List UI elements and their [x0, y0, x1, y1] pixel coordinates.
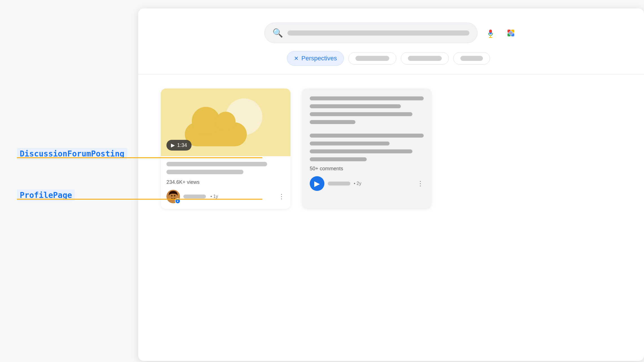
video-more-button[interactable]: ⋮ — [278, 193, 285, 200]
article-comments: 50+ comments — [310, 166, 424, 172]
article-time: • 2y — [354, 181, 361, 186]
cloud-body — [185, 122, 247, 146]
perspectives-chip[interactable]: ✕ Perspectives — [287, 51, 344, 66]
filter-chips: ✕ Perspectives — [264, 43, 518, 66]
filter-chip-4[interactable] — [453, 52, 490, 65]
filter-chip-2[interactable] — [348, 52, 396, 65]
video-duration-badge: ▶ 1:34 — [166, 140, 192, 151]
search-area: 🔍 — [138, 8, 644, 74]
voice-search-button[interactable] — [483, 26, 498, 40]
article-card: 50+ comments ▶ • 2y ⋮ — [302, 89, 432, 209]
video-title-line-2 — [166, 170, 243, 174]
video-info: 234.6K+ views — [161, 156, 291, 209]
svg-point-10 — [510, 32, 511, 34]
article-line-3 — [310, 112, 412, 116]
author-name-placeholder — [183, 195, 206, 198]
chip-4-placeholder — [460, 56, 483, 61]
perspectives-chip-label: Perspectives — [302, 55, 337, 62]
article-line-6 — [310, 142, 390, 145]
article-more-button[interactable]: ⋮ — [417, 180, 424, 187]
filter-chip-3[interactable] — [401, 52, 449, 65]
video-card: ▶ 1:34 234.6K+ views — [161, 89, 291, 209]
article-author-avatar: ▶ — [310, 176, 324, 191]
video-thumbnail: ▶ 1:34 — [161, 89, 291, 156]
search-icon: 🔍 — [272, 28, 283, 38]
close-icon[interactable]: ✕ — [294, 55, 299, 62]
video-duration: 1:34 — [177, 142, 187, 148]
article-line-8 — [310, 157, 367, 161]
cloud-bump-2 — [216, 112, 236, 131]
article-line-1 — [310, 96, 424, 100]
article-line-4 — [310, 120, 355, 124]
article-line-5 — [310, 134, 424, 138]
article-line-7 — [310, 149, 412, 153]
video-views: 234.6K+ views — [166, 179, 285, 185]
discussion-forum-line — [17, 157, 262, 158]
article-author-name-placeholder — [328, 182, 350, 186]
article-author-row: ▶ • 2y ⋮ — [310, 176, 424, 191]
svg-point-12 — [171, 195, 173, 197]
search-bar[interactable]: 🔍 — [264, 23, 478, 43]
article-line-2 — [310, 104, 401, 108]
search-bar-container: 🔍 — [264, 23, 518, 43]
profile-page-line — [17, 199, 262, 200]
weather-illustration — [183, 94, 268, 151]
author-avatar-container: ♥ — [166, 190, 180, 203]
svg-point-13 — [174, 195, 175, 197]
search-placeholder-bar — [287, 30, 469, 36]
lens-search-button[interactable] — [504, 26, 518, 40]
chip-2-placeholder — [355, 56, 389, 61]
chip-3-placeholder — [408, 56, 442, 61]
play-icon: ▶ — [171, 142, 175, 148]
video-title-line-1 — [166, 162, 267, 166]
star-icon: ▶ — [314, 179, 320, 188]
browser-card: 🔍 — [138, 8, 644, 361]
video-time: • 1y — [210, 194, 218, 199]
video-author-row: ♥ • 1y ⋮ — [166, 190, 285, 203]
results-area: ▶ 1:34 234.6K+ views — [138, 74, 618, 223]
